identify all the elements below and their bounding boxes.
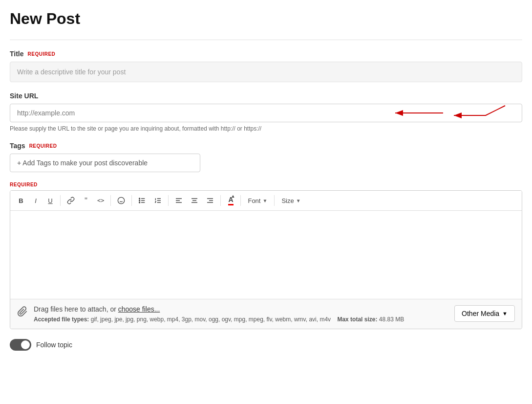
other-media-button[interactable]: Other Media ▼ bbox=[454, 305, 515, 322]
align-center-button[interactable] bbox=[187, 194, 202, 207]
font-color-button[interactable]: A ▲ bbox=[224, 194, 237, 207]
emoji-icon bbox=[117, 197, 125, 204]
tags-input-button[interactable]: + Add Tags to make your post discoverabl… bbox=[10, 154, 200, 172]
svg-point-10 bbox=[139, 200, 140, 201]
separator-2 bbox=[110, 195, 111, 206]
url-input[interactable] bbox=[10, 104, 522, 122]
align-center-icon bbox=[191, 197, 198, 204]
follow-section: Follow topic bbox=[10, 339, 522, 351]
url-help-text: Please supply the URL to the site or pag… bbox=[10, 125, 522, 132]
title-section: Title REQUIRED bbox=[10, 50, 522, 82]
separator-3 bbox=[131, 195, 132, 206]
site-url-section: Site URL bbox=[10, 92, 522, 132]
tags-placeholder-text: + Add Tags to make your post discoverabl… bbox=[17, 159, 148, 167]
choose-files-link[interactable]: choose files... bbox=[118, 305, 160, 313]
underline-button[interactable]: U bbox=[43, 194, 57, 207]
toggle-slider bbox=[10, 339, 31, 351]
align-right-icon bbox=[206, 197, 214, 204]
bullet-list-button[interactable] bbox=[135, 194, 149, 207]
attachment-icon bbox=[17, 306, 28, 319]
font-dropdown[interactable]: Font ▼ bbox=[244, 194, 271, 207]
italic-button[interactable]: I bbox=[29, 194, 43, 207]
bold-button[interactable]: B bbox=[14, 194, 28, 207]
drag-text: Drag files here to attach, or choose fil… bbox=[34, 305, 448, 313]
follow-toggle[interactable] bbox=[10, 339, 31, 351]
code-button[interactable]: <> bbox=[94, 194, 107, 207]
align-left-icon bbox=[175, 197, 183, 204]
arrow-annotation bbox=[390, 106, 444, 120]
body-required-label: REQUIRED bbox=[10, 182, 522, 187]
url-input-wrapper bbox=[10, 104, 522, 122]
separator-5 bbox=[220, 195, 221, 206]
svg-point-11 bbox=[139, 202, 140, 203]
blockquote-button[interactable]: " bbox=[79, 194, 93, 207]
tags-required-badge: REQUIRED bbox=[29, 143, 57, 149]
separator-1 bbox=[60, 195, 61, 206]
follow-label: Follow topic bbox=[36, 341, 72, 349]
size-dropdown-caret: ▼ bbox=[296, 198, 301, 203]
editor-footer: Drag files here to attach, or choose fil… bbox=[10, 299, 522, 329]
bullet-list-icon bbox=[138, 197, 146, 204]
editor-toolbar: B I U bbox=[10, 191, 522, 211]
editor-body[interactable] bbox=[10, 211, 522, 299]
link-button[interactable] bbox=[64, 194, 78, 207]
font-dropdown-caret: ▼ bbox=[262, 198, 267, 203]
align-right-button[interactable] bbox=[203, 194, 217, 207]
title-input[interactable] bbox=[10, 62, 522, 82]
tags-section: Tags REQUIRED + Add Tags to make your po… bbox=[10, 142, 522, 172]
title-required-badge: REQUIRED bbox=[28, 51, 56, 57]
page-title: New Post bbox=[10, 10, 522, 28]
other-media-caret: ▼ bbox=[502, 311, 508, 316]
section-divider bbox=[10, 40, 522, 40]
attachment-text-area: Drag files here to attach, or choose fil… bbox=[34, 305, 448, 323]
numbered-list-button[interactable] bbox=[150, 194, 165, 207]
site-url-label: Site URL bbox=[10, 92, 522, 100]
body-section: REQUIRED B I U bbox=[10, 182, 522, 329]
align-left-button[interactable] bbox=[171, 194, 186, 207]
tags-label: Tags REQUIRED bbox=[10, 142, 522, 150]
separator-7 bbox=[274, 195, 275, 206]
link-icon bbox=[67, 197, 75, 204]
title-label: Title REQUIRED bbox=[10, 50, 522, 58]
emoji-button[interactable] bbox=[114, 194, 128, 207]
file-types-text: Accepted file types: gif, jpeg, jpe, jpg… bbox=[34, 316, 404, 323]
size-dropdown[interactable]: Size ▼ bbox=[277, 194, 304, 207]
separator-4 bbox=[168, 195, 169, 206]
separator-6 bbox=[240, 195, 241, 206]
editor-wrapper: B I U bbox=[10, 190, 522, 329]
numbered-list-icon bbox=[154, 197, 162, 204]
svg-point-9 bbox=[139, 198, 140, 199]
svg-point-3 bbox=[118, 197, 125, 203]
